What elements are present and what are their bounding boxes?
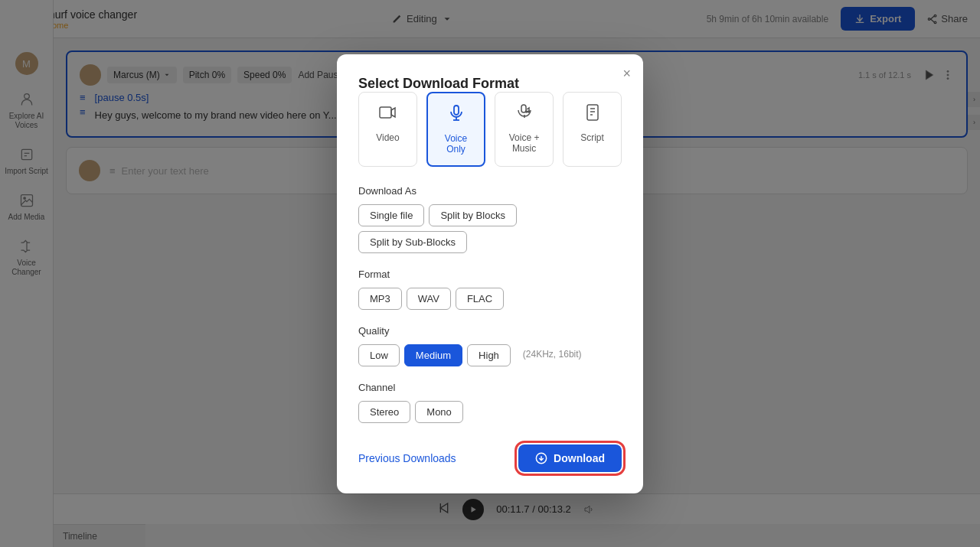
format-cards: Video Voice Only Voice + Music	[358, 92, 622, 167]
download-button[interactable]: Download	[518, 444, 622, 472]
quality-label: Quality	[358, 325, 622, 337]
split-blocks-btn[interactable]: Split by Blocks	[429, 204, 517, 226]
download-as-label: Download As	[358, 185, 622, 197]
single-file-btn[interactable]: Single file	[358, 204, 424, 226]
flac-btn[interactable]: FLAC	[456, 288, 504, 310]
quality-section: Quality Low Medium High (24KHz, 16bit)	[358, 325, 622, 366]
high-btn[interactable]: High	[467, 344, 511, 366]
svg-marker-20	[391, 108, 395, 117]
mic-icon	[447, 104, 466, 127]
previous-downloads-button[interactable]: Previous Downloads	[358, 452, 456, 464]
modal-close-button[interactable]: ×	[622, 67, 631, 80]
modal-footer: Previous Downloads Download	[358, 444, 622, 472]
download-format-modal: Select Download Format × Video Voice Onl…	[337, 54, 643, 493]
svg-point-27	[528, 111, 529, 112]
format-group: MP3 WAV FLAC	[358, 288, 622, 310]
wav-btn[interactable]: WAV	[407, 288, 451, 310]
channel-label: Channel	[358, 382, 622, 393]
format-card-video[interactable]: Video	[358, 92, 417, 167]
format-video-label: Video	[376, 132, 399, 143]
video-icon	[378, 103, 397, 126]
medium-btn[interactable]: Medium	[404, 344, 462, 366]
format-card-voice-only[interactable]: Voice Only	[426, 92, 485, 167]
quality-group: Low Medium High (24KHz, 16bit)	[358, 344, 622, 366]
mono-btn[interactable]: Mono	[415, 401, 463, 423]
format-script-label: Script	[580, 132, 604, 143]
format-card-script[interactable]: Script	[563, 92, 622, 167]
channel-section: Channel Stereo Mono	[358, 382, 622, 423]
format-voice-music-label: Voice + Music	[501, 132, 547, 154]
modal-overlay: Select Download Format × Video Voice Onl…	[0, 0, 980, 547]
format-card-voice-music[interactable]: Voice + Music	[495, 92, 554, 167]
format-section: Format MP3 WAV FLAC	[358, 269, 622, 310]
split-sub-blocks-btn[interactable]: Split by Sub-Blocks	[358, 231, 467, 253]
format-voice-only-label: Voice Only	[434, 133, 478, 155]
svg-point-26	[525, 111, 527, 112]
svg-rect-21	[454, 106, 459, 115]
mic-music-icon	[515, 103, 534, 126]
svg-rect-28	[587, 105, 598, 120]
app-background: M murf voice changer Home Editing 5h 9mi…	[0, 0, 980, 547]
download-as-section: Download As Single file Split by Blocks …	[358, 185, 622, 253]
script-icon	[583, 103, 602, 126]
download-label: Download	[554, 452, 605, 464]
mp3-btn[interactable]: MP3	[358, 288, 402, 310]
modal-title: Select Download Format	[358, 76, 519, 91]
download-as-group: Single file Split by Blocks Split by Sub…	[358, 204, 622, 253]
low-btn[interactable]: Low	[358, 344, 400, 366]
channel-group: Stereo Mono	[358, 401, 622, 423]
quality-note: (24KHz, 16bit)	[515, 344, 590, 366]
format-label: Format	[358, 269, 622, 280]
stereo-btn[interactable]: Stereo	[358, 401, 410, 423]
svg-rect-19	[380, 107, 391, 118]
